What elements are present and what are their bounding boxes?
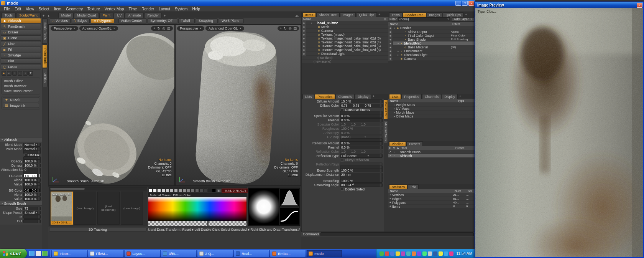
brush-section-header[interactable]: ▾ Smooth Brush — [0, 201, 42, 206]
panel-tab[interactable]: Shader Tree — [403, 12, 426, 17]
falloff-curve-s[interactable] — [279, 207, 299, 225]
layout-tab[interactable]: UV — [114, 13, 125, 18]
tray-icon[interactable] — [417, 251, 421, 256]
modo-titlebar[interactable]: modo _ □ × — [0, 0, 475, 6]
list-item[interactable]: ▸ Other Maps — [388, 114, 475, 118]
palette-swatch[interactable] — [174, 189, 178, 192]
saturation-button[interactable]: S — [216, 189, 221, 193]
mini-slider-spinner[interactable] — [37, 193, 39, 196]
palette-swatch[interactable] — [191, 189, 195, 192]
menu-item[interactable]: Select — [36, 7, 52, 11]
effect-column-header[interactable]: Effect — [451, 22, 475, 26]
menu-item[interactable]: System — [172, 7, 190, 11]
mini-slider-spinner[interactable] — [379, 169, 381, 172]
menu-item[interactable]: Edit — [12, 7, 23, 11]
palette-swatch[interactable] — [166, 189, 169, 192]
start-button[interactable]: start — [0, 249, 27, 258]
expand-plus-icon[interactable]: + — [388, 201, 392, 204]
color-spectrum[interactable] — [148, 197, 246, 221]
add-tab-button[interactable]: + — [458, 94, 462, 98]
visibility-eye-icon[interactable]: ◉ — [302, 25, 306, 29]
component-mode-button[interactable]: ╲ Edges — [72, 18, 90, 23]
ink-tool-button[interactable]: ◈ Nozzle — [3, 97, 39, 102]
layout-tab[interactable]: Render — [144, 13, 162, 18]
statistics-row[interactable]: + Edges 61... ... — [388, 197, 475, 201]
component-mode-button[interactable]: ∴ Vertices — [50, 18, 71, 23]
shading-mode-dropdown[interactable]: Advanced OpenGL▾ — [205, 26, 244, 31]
viewport-nav-icon[interactable]: ↻ — [284, 26, 287, 30]
panel-tab[interactable]: Quick Tips — [443, 12, 463, 17]
tray-icon[interactable] — [428, 251, 432, 256]
property-field[interactable]: 0.0 0.0 0.0 — [23, 189, 41, 192]
tray-icon[interactable] — [390, 251, 394, 256]
paint-tool-button[interactable]: ◆ Airbrush — [1, 18, 41, 23]
item-row[interactable]: ◉ ◉ Camera — [302, 29, 388, 33]
visible-column-header[interactable]: V — [392, 146, 396, 150]
tray-icon[interactable] — [422, 251, 427, 256]
close-button[interactable]: × — [468, 1, 474, 6]
property-field[interactable]: Smooth ▾ — [23, 211, 41, 215]
tab-nav-icon[interactable]: ▸ — [46, 14, 51, 18]
property-field[interactable]: 0.0 % — [340, 118, 383, 122]
tool-category-tab[interactable]: Utilities — [42, 69, 48, 87]
item-row[interactable]: (new scene) — [302, 60, 388, 63]
property-field[interactable]: 0.0 % — [340, 114, 383, 118]
tray-icon[interactable] — [439, 251, 443, 256]
mini-slider-spinner[interactable] — [379, 184, 381, 187]
viewport-nav-icon[interactable]: + — [280, 26, 282, 30]
property-field[interactable] — [23, 215, 41, 219]
item-row[interactable]: ◉ ▦ Mesh — [302, 25, 388, 29]
command-input[interactable] — [320, 232, 474, 236]
mini-slider-spinner[interactable] — [37, 164, 39, 167]
panel-tab[interactable]: Lists — [389, 94, 401, 99]
shader-row[interactable]: ◉ ▸ ▪ Environment — [388, 49, 475, 53]
property-field[interactable]: (none) ▾ — [340, 135, 383, 139]
brush-link[interactable]: Save Brush Preset — [3, 89, 39, 93]
panel-tab[interactable]: Presets — [406, 141, 423, 146]
property-field[interactable] — [23, 219, 41, 223]
enable-column-header[interactable]: E — [388, 146, 392, 150]
palette-swatch[interactable] — [157, 189, 161, 192]
value-slider[interactable] — [148, 221, 246, 226]
list-item[interactable]: ▸ Weight Maps — [388, 103, 475, 107]
paint-tool-button[interactable]: ◧ Fill — [1, 47, 41, 52]
layout-tab[interactable]: Sculpt/Paint — [16, 13, 41, 18]
brush-link[interactable]: Brush Editor — [3, 79, 39, 83]
item-row[interactable]: ◉ ☀ Directional Light — [302, 52, 388, 56]
mini-slider-spinner[interactable] — [379, 150, 381, 153]
name-column-header[interactable]: Name — [302, 17, 313, 21]
visibility-eye-icon[interactable]: ◉ — [388, 45, 393, 49]
shader-row[interactable]: ◉ ▪ Base Shader Full Shading — [388, 38, 475, 41]
task-button[interactable]: modo — [307, 250, 342, 257]
panel-tab[interactable]: Items — [302, 12, 316, 17]
tab-scroll-icons[interactable]: ◂ ▸ — [295, 14, 300, 18]
visibility-eye-icon[interactable]: ◉ — [302, 44, 306, 48]
item-row[interactable]: ◉ ▨ Texture: Image: head_bake_final_02d … — [302, 44, 388, 48]
mini-slider-spinner[interactable] — [379, 154, 381, 157]
menu-item[interactable]: Texture — [85, 7, 102, 11]
mini-slider-spinner[interactable] — [37, 143, 39, 146]
texture-preview-image[interactable] — [475, 8, 643, 257]
expand-arrow-icon[interactable]: ▸ — [397, 53, 400, 56]
list-menu-icon[interactable]: ▤ — [382, 17, 388, 21]
minimize-button[interactable]: _ — [455, 1, 461, 6]
expand-arrow-icon[interactable]: ▸ — [397, 50, 400, 52]
tool-properties-header[interactable]: ▾ Airbrush — [0, 137, 42, 142]
panel-tab[interactable]: Lists — [302, 94, 314, 99]
name-column-header[interactable]: Name — [388, 189, 453, 193]
tool-category-tab[interactable]: Paint Tools — [42, 45, 48, 68]
taskbar-clock[interactable]: 11:54 AM — [455, 251, 472, 256]
shader-row[interactable]: ◉ ▾ ◉ Render — [388, 26, 475, 30]
tray-icon[interactable] — [449, 251, 453, 256]
paint-tool-button[interactable]: ◯ Lasso — [1, 64, 41, 69]
mini-slider-spinner[interactable] — [379, 179, 381, 182]
visibility-eye-icon[interactable]: ◉ — [388, 53, 393, 57]
task-button[interactable]: 2 Q... — [197, 250, 233, 257]
toolbar-menu-button[interactable]: Snapping — [196, 18, 218, 23]
mini-slider-spinner[interactable] — [379, 163, 381, 166]
property-field[interactable]: Double Sided — [340, 187, 383, 191]
visibility-eye-icon[interactable]: ◉ — [302, 52, 306, 56]
add-tab-button[interactable]: + — [377, 13, 381, 17]
tray-icon[interactable] — [401, 251, 405, 256]
task-button[interactable]: Emba... — [270, 250, 306, 257]
